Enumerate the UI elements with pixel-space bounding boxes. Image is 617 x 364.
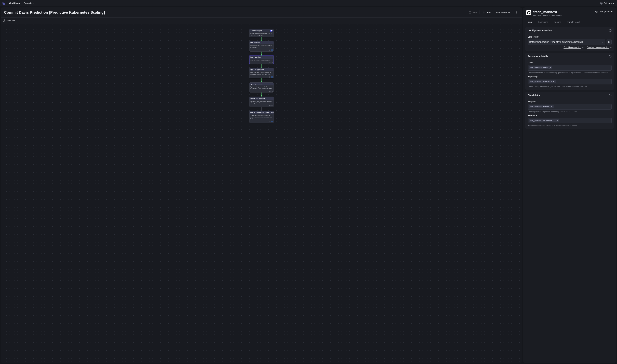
node-event-trigger[interactable]: Event trigger kubernetes.predictivescali… xyxy=(249,29,274,37)
splitter-handle[interactable] xyxy=(521,187,522,193)
workflow-tab[interactable]: Workflow xyxy=(3,19,16,22)
flow-edge xyxy=(261,64,261,68)
info-icon[interactable] xyxy=(609,94,612,97)
owner-field[interactable]: find_manifest.owner xyxy=(528,65,612,71)
node-find-manifest[interactable]: find_manifest Searches for the workload … xyxy=(249,41,274,52)
timer-icon xyxy=(269,121,271,122)
top-nav-right: Settings xyxy=(600,2,615,5)
link-label: Edit this connection xyxy=(563,46,581,49)
executions-label: Executions xyxy=(496,11,507,14)
connection-code-button[interactable] xyxy=(606,39,612,45)
executions-dropdown[interactable]: Executions xyxy=(494,10,512,15)
node-body: Trigger an event of type "Custom Info" a… xyxy=(249,114,274,120)
repository-chip[interactable]: find_manifest.repository xyxy=(529,80,556,83)
kebab-icon xyxy=(515,11,518,14)
repository-field[interactable]: find_manifest.repository xyxy=(528,79,612,84)
reference-label: Reference xyxy=(528,114,612,117)
node-fetch-manifest[interactable]: fetch_manifest Gets the content of the m… xyxy=(249,56,274,64)
section-title: File details xyxy=(528,94,540,97)
workflow-title[interactable]: Commit Davis Prediction [Predictive Kube… xyxy=(4,10,105,15)
link-label: Create a new connection xyxy=(587,46,609,49)
section-file-details: File details File path* find_manifest.fi… xyxy=(525,92,614,129)
node-title: create_pull_request xyxy=(250,97,265,99)
svg-point-7 xyxy=(516,12,517,13)
node-title: update_manifest xyxy=(250,83,262,85)
repository-label: Repository* xyxy=(528,75,612,78)
code-icon xyxy=(271,91,273,92)
svg-rect-0 xyxy=(3,2,4,3)
filepath-field[interactable]: find_manifest.filePath xyxy=(528,104,612,110)
count-pill: 1 xyxy=(271,76,273,78)
node-create-pull-request[interactable]: create_pull_request Creates a pull reque… xyxy=(249,97,274,107)
node-title: fetch_manifest xyxy=(250,56,261,58)
save-button[interactable]: Save xyxy=(467,10,480,15)
nav-executions[interactable]: Executions xyxy=(23,1,35,5)
node-body: Creates a pull request that includes all… xyxy=(249,100,274,104)
remove-chip-icon[interactable] xyxy=(549,67,551,69)
run-button[interactable]: Run xyxy=(481,10,493,15)
count-pill: 1 xyxy=(271,121,273,122)
info-icon[interactable] xyxy=(609,29,612,32)
create-connection-link[interactable]: Create a new connection xyxy=(587,46,612,49)
gear-icon xyxy=(600,2,603,5)
flow-edge xyxy=(261,78,261,82)
tab-input[interactable]: Input xyxy=(525,19,535,25)
workflow-tab-label: Workflow xyxy=(6,19,15,22)
canvas-actions: Save Run Executions xyxy=(467,10,519,15)
chip-label: find_manifest.repository xyxy=(530,80,551,83)
flow-edge xyxy=(261,92,261,97)
connection-select-row: Default Connection [Predictive Kubernete… xyxy=(528,39,612,45)
filepath-chip[interactable]: find_manifest.filePath xyxy=(529,105,554,108)
nav-workflows[interactable]: Workflows xyxy=(8,1,20,5)
remove-chip-icon[interactable] xyxy=(550,106,552,108)
panel-title-block: fetch_manifest Gets the content of the m… xyxy=(533,10,562,17)
settings-label: Settings xyxy=(604,2,612,4)
reference-row: Reference find_manifest.defaultBranch A … xyxy=(525,113,614,126)
node-body: Gets the content of the manifest xyxy=(249,59,274,62)
node-title: find_manifest xyxy=(250,42,260,44)
node-foot: 1 xyxy=(249,49,274,52)
app-logo-icon[interactable] xyxy=(2,2,5,5)
node-create-suggestion-applied-event[interactable]: create_suggestion_applied_event Trigger … xyxy=(249,111,274,123)
remove-chip-icon[interactable] xyxy=(556,119,558,121)
node-foot: 1 xyxy=(249,120,274,123)
workflow-canvas[interactable]: Event trigger kubernetes.predictivescali… xyxy=(1,24,522,363)
connection-row: Connection* Default Connection [Predicti… xyxy=(525,34,614,45)
connection-links: Edit this connection Create a new connec… xyxy=(525,45,614,49)
tab-conditions[interactable]: Conditions xyxy=(535,19,550,25)
top-nav: Workflows Executions Settings xyxy=(0,0,617,6)
bolt-icon xyxy=(250,30,252,31)
repository-help: The repository without the .git extensio… xyxy=(528,85,612,88)
edit-connection-link[interactable]: Edit this connection xyxy=(563,46,584,49)
code-icon xyxy=(608,41,610,43)
run-label: Run xyxy=(487,11,491,14)
remove-chip-icon[interactable] xyxy=(552,80,555,83)
svg-point-10 xyxy=(3,21,4,21)
owner-chip[interactable]: find_manifest.owner xyxy=(529,66,552,69)
trigger-toggle[interactable] xyxy=(270,30,273,31)
flow-edge xyxy=(261,107,261,111)
node-apply-suggestions[interactable]: apply_suggestions Uses the Davis CoPilot… xyxy=(249,68,274,78)
node-body: Uses the Davis CoPilot to apply all sugg… xyxy=(249,71,274,76)
reference-field[interactable]: find_manifest.defaultBranch xyxy=(528,118,612,123)
info-icon[interactable] xyxy=(609,55,612,58)
tab-options[interactable]: Options xyxy=(551,19,563,25)
reference-help: A commit/branch/tag. Default: the reposi… xyxy=(528,124,612,126)
panel-tabs: Input Conditions Options Sample result xyxy=(523,19,616,25)
reference-chip[interactable]: find_manifest.defaultBranch xyxy=(529,119,559,122)
code-icon xyxy=(271,62,273,64)
node-title: Event trigger xyxy=(252,30,262,32)
timer-icon xyxy=(269,105,271,106)
change-action-label: Change action xyxy=(599,10,613,13)
section-repository-details: Repository details Owner* find_manifest.… xyxy=(525,53,614,90)
panel-header: fetch_manifest Gets the content of the m… xyxy=(523,7,616,18)
change-action-button[interactable]: Change action xyxy=(595,10,613,13)
connection-select[interactable]: Default Connection [Predictive Kubernete… xyxy=(528,39,605,45)
play-icon xyxy=(483,11,486,14)
action-subtitle: Gets the content of the manifest xyxy=(533,14,562,17)
action-title: fetch_manifest xyxy=(533,10,562,14)
tab-sample-result[interactable]: Sample result xyxy=(564,19,582,25)
more-menu-button[interactable] xyxy=(514,10,519,15)
settings-button[interactable]: Settings xyxy=(600,2,615,5)
node-update-manifest[interactable]: update_manifest Updates the given manife… xyxy=(249,82,274,92)
